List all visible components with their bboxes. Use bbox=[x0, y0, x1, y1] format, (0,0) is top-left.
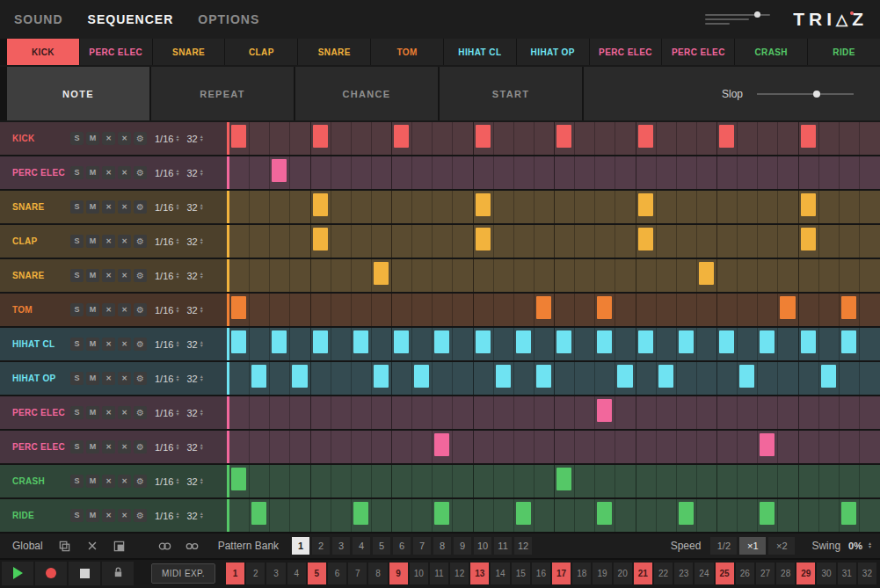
step-cell-22[interactable] bbox=[657, 294, 677, 326]
step-cell-23[interactable] bbox=[677, 294, 697, 326]
step-cell-5[interactable] bbox=[311, 362, 331, 395]
step-cell-17[interactable] bbox=[555, 294, 575, 326]
step-cell-14[interactable] bbox=[494, 191, 514, 223]
step-cell-14[interactable] bbox=[494, 431, 514, 463]
step-cell-16[interactable] bbox=[535, 225, 555, 258]
position-step-16[interactable]: 16 bbox=[532, 563, 550, 584]
step-cell-29[interactable] bbox=[799, 191, 819, 223]
position-step-4[interactable]: 4 bbox=[287, 563, 306, 584]
solo-button[interactable]: S bbox=[70, 200, 84, 214]
step-cell-17[interactable] bbox=[555, 431, 575, 463]
step-cell-28[interactable] bbox=[778, 156, 798, 189]
step-cell-21[interactable] bbox=[636, 328, 657, 360]
position-step-24[interactable]: 24 bbox=[695, 563, 713, 584]
mute-button[interactable]: M bbox=[86, 440, 99, 454]
length-stepper-icon[interactable]: ▴▾ bbox=[200, 204, 203, 210]
step-cell-31[interactable] bbox=[840, 294, 860, 326]
clear-row-button[interactable]: ✕ bbox=[102, 303, 115, 316]
step-cell-13[interactable] bbox=[474, 191, 494, 223]
row-settings-button[interactable]: ⚙ bbox=[134, 269, 147, 282]
step-cell-20[interactable] bbox=[615, 465, 636, 497]
step-cell-1[interactable] bbox=[229, 294, 250, 326]
step-cell-9[interactable] bbox=[392, 191, 412, 223]
step-cell-26[interactable] bbox=[738, 259, 758, 292]
track-tab-snare-5[interactable]: SNARE bbox=[298, 39, 370, 65]
paste-pattern-button[interactable] bbox=[109, 537, 130, 555]
step-cell-27[interactable] bbox=[758, 294, 778, 326]
mute-button[interactable]: M bbox=[86, 372, 99, 385]
step-cell-7[interactable] bbox=[352, 259, 372, 292]
step-cell-21[interactable] bbox=[636, 362, 657, 395]
step-cell-2[interactable] bbox=[250, 122, 270, 155]
length-select[interactable]: 32▴▾ bbox=[186, 374, 202, 384]
pattern-bank-8[interactable]: 8 bbox=[433, 537, 451, 555]
clear-row-button[interactable]: ✕ bbox=[102, 475, 115, 488]
step-cell-21[interactable] bbox=[636, 499, 657, 532]
step-cell-20[interactable] bbox=[615, 431, 636, 463]
row-settings-button[interactable]: ⚙ bbox=[134, 166, 147, 179]
step-cell-25[interactable] bbox=[717, 431, 738, 463]
rate-stepper-icon[interactable]: ▴▾ bbox=[176, 170, 178, 176]
step-cell-8[interactable] bbox=[372, 465, 392, 497]
step-cell-16[interactable] bbox=[535, 294, 555, 326]
step-cell-25[interactable] bbox=[717, 191, 738, 223]
pattern-bank-10[interactable]: 10 bbox=[474, 537, 491, 555]
record-button[interactable] bbox=[35, 562, 67, 585]
step-cell-27[interactable] bbox=[758, 122, 778, 155]
step-cell-29[interactable] bbox=[799, 294, 819, 326]
position-step-8[interactable]: 8 bbox=[368, 563, 387, 584]
length-select[interactable]: 32▴▾ bbox=[186, 202, 202, 213]
pattern-bank-5[interactable]: 5 bbox=[373, 537, 390, 555]
step-cell-25[interactable] bbox=[717, 225, 738, 258]
pattern-bank-3[interactable]: 3 bbox=[332, 537, 350, 555]
step-cell-8[interactable] bbox=[372, 122, 392, 155]
step-cell-18[interactable] bbox=[575, 259, 595, 292]
track-tab-tom-6[interactable]: TOM bbox=[371, 39, 443, 65]
step-cell-13[interactable] bbox=[474, 156, 494, 189]
step-cell-32[interactable] bbox=[860, 328, 880, 360]
position-step-20[interactable]: 20 bbox=[614, 563, 632, 584]
step-cell-9[interactable] bbox=[392, 396, 412, 429]
step-cell-29[interactable] bbox=[799, 156, 819, 189]
step-cell-4[interactable] bbox=[290, 362, 310, 395]
length-stepper-icon[interactable]: ▴▾ bbox=[200, 135, 203, 142]
step-cell-19[interactable] bbox=[595, 259, 615, 292]
step-cell-9[interactable] bbox=[392, 465, 412, 497]
mode-tab-chance[interactable]: CHANCE bbox=[295, 67, 438, 120]
step-cell-28[interactable] bbox=[778, 362, 798, 395]
step-cell-25[interactable] bbox=[717, 328, 738, 360]
step-cell-12[interactable] bbox=[453, 122, 473, 155]
step-cell-28[interactable] bbox=[778, 191, 798, 223]
step-cell-17[interactable] bbox=[555, 396, 575, 429]
step-cell-32[interactable] bbox=[860, 431, 880, 463]
step-cell-19[interactable] bbox=[595, 156, 615, 189]
step-cell-14[interactable] bbox=[494, 396, 514, 429]
step-cell-5[interactable] bbox=[311, 225, 331, 258]
row-settings-button[interactable]: ⚙ bbox=[134, 509, 147, 522]
step-cell-7[interactable] bbox=[352, 191, 372, 223]
step-cell-20[interactable] bbox=[615, 396, 636, 429]
step-cell-28[interactable] bbox=[778, 431, 798, 463]
step-cell-23[interactable] bbox=[677, 499, 697, 532]
step-cell-10[interactable] bbox=[412, 259, 433, 292]
step-cell-32[interactable] bbox=[860, 499, 880, 532]
step-cell-31[interactable] bbox=[840, 259, 860, 292]
step-cell-13[interactable] bbox=[474, 396, 494, 429]
length-select[interactable]: 32▴▾ bbox=[186, 339, 202, 350]
row-settings-button[interactable]: ⚙ bbox=[134, 235, 147, 248]
step-cell-16[interactable] bbox=[535, 431, 555, 463]
step-cell-23[interactable] bbox=[677, 396, 697, 429]
step-cell-1[interactable] bbox=[229, 259, 250, 292]
step-cell-13[interactable] bbox=[474, 362, 494, 395]
rate-select[interactable]: 1/16▴▾ bbox=[155, 408, 178, 418]
position-step-28[interactable]: 28 bbox=[776, 563, 795, 584]
clear-row-button[interactable]: ✕ bbox=[102, 440, 115, 454]
rate-stepper-icon[interactable]: ▴▾ bbox=[176, 375, 178, 381]
step-cell-30[interactable] bbox=[819, 362, 840, 395]
step-cell-4[interactable] bbox=[290, 396, 310, 429]
step-cell-10[interactable] bbox=[412, 328, 433, 360]
step-cell-26[interactable] bbox=[738, 294, 758, 326]
step-cell-11[interactable] bbox=[433, 259, 453, 292]
random-row-button[interactable]: ✕ bbox=[118, 338, 131, 351]
step-cell-4[interactable] bbox=[290, 225, 310, 258]
